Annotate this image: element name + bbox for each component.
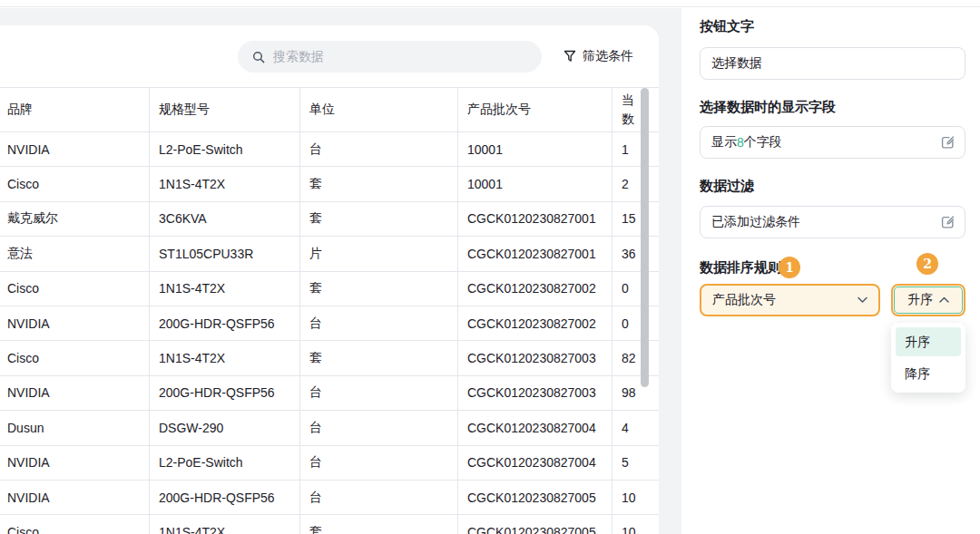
cell-brand: Cisco (0, 341, 150, 374)
cell-brand: Cisco (0, 272, 150, 306)
filter-button-label: 筛选条件 (583, 48, 633, 64)
cell-unit: 台 (300, 446, 458, 480)
cell-unit: 套 (300, 515, 458, 534)
cell-brand: Cisco (0, 167, 150, 200)
sort-order-menu-item[interactable]: 降序 (896, 359, 961, 388)
data-filter-value: 已添加过滤条件 (711, 214, 800, 230)
display-fields-count: 8 (737, 135, 744, 150)
cell-quantity: 82 (612, 341, 659, 374)
cell-quantity: 2 (612, 167, 659, 200)
annotation-badge-2: 2 (916, 253, 938, 275)
chevron-up-icon (939, 296, 949, 304)
table-body: NVIDIA L2-PoE-Switch 台 10001 1 Cisco 1N1… (0, 132, 659, 534)
button-text-input[interactable]: 选择数据 (700, 47, 965, 80)
cell-model: L2-PoE-Switch (150, 446, 300, 480)
cell-brand: 意法 (0, 237, 150, 270)
column-header-quantity: 当数 (612, 88, 659, 131)
button-text-value: 选择数据 (711, 55, 762, 72)
table-header-row: 品牌 规格型号 单位 产品批次号 当数 (0, 87, 659, 132)
top-divider (0, 0, 980, 7)
table-row[interactable]: 戴克威尔 3C6KVA 套 CGCK0120230827001 15 (0, 202, 659, 237)
sort-order-menu-item[interactable]: 升序 (896, 327, 961, 356)
cell-model: ST1L05CPU33R (150, 237, 300, 270)
column-header-batch: 产品批次号 (458, 88, 612, 131)
cell-brand: Cisco (0, 515, 150, 534)
cell-batch: CGCK0120230827003 (458, 376, 612, 410)
search-placeholder: 搜索数据 (273, 49, 324, 65)
cell-batch: CGCK0120230827004 (458, 446, 612, 480)
chevron-down-icon (858, 296, 867, 304)
cell-batch: CGCK0120230827004 (458, 411, 612, 444)
table-row[interactable]: NVIDIA 200G-HDR-QSFP56 台 CGCK01202308270… (0, 481, 659, 515)
cell-unit: 台 (300, 376, 458, 410)
sort-order-value: 升序 (907, 292, 933, 308)
table-row[interactable]: Dusun DSGW-290 台 CGCK0120230827004 4 (0, 411, 659, 445)
cell-batch: CGCK0120230827002 (458, 272, 612, 306)
cell-quantity: 15 (612, 202, 659, 236)
table-row[interactable]: NVIDIA L2-PoE-Switch 台 10001 1 (0, 132, 659, 167)
filter-button[interactable]: 筛选条件 (564, 45, 633, 67)
table-row[interactable]: Cisco 1N1S-4T2X 套 10001 2 (0, 167, 659, 201)
table-row[interactable]: NVIDIA 200G-HDR-QSFP56 台 CGCK01202308270… (0, 306, 659, 341)
table-toolbar: 搜索数据 筛选条件 (0, 25, 659, 87)
cell-model: 3C6KVA (150, 202, 300, 236)
cell-quantity: 4 (612, 411, 659, 444)
cell-unit: 套 (300, 167, 458, 200)
cell-batch: CGCK0120230827005 (458, 481, 612, 514)
cell-brand: NVIDIA (0, 446, 150, 480)
cell-batch: CGCK0120230827005 (458, 515, 612, 534)
column-header-model: 规格型号 (150, 88, 300, 131)
table-scrollbar[interactable] (641, 88, 649, 387)
cell-unit: 套 (300, 202, 458, 236)
cell-unit: 套 (300, 341, 458, 374)
sort-field-select[interactable]: 产品批次号 (700, 284, 880, 316)
search-icon (252, 51, 265, 63)
cell-quantity: 5 (612, 446, 659, 480)
cell-brand: Dusun (0, 411, 150, 444)
cell-brand: NVIDIA (0, 376, 150, 410)
cell-quantity: 10 (612, 515, 659, 534)
table-row[interactable]: NVIDIA L2-PoE-Switch 台 CGCK0120230827004… (0, 446, 659, 481)
sort-order-menu: 升序降序 (891, 323, 965, 393)
search-input[interactable]: 搜索数据 (238, 41, 542, 73)
sort-order-select-inner: 升序 (894, 286, 963, 314)
cell-model: 200G-HDR-QSFP56 (150, 376, 300, 410)
cell-unit: 台 (300, 481, 458, 514)
column-header-brand: 品牌 (0, 88, 150, 131)
cell-model: 1N1S-4T2X (150, 272, 300, 306)
cell-unit: 套 (300, 272, 458, 306)
cell-model: 1N1S-4T2X (150, 515, 300, 534)
display-fields-label: 选择数据时的显示字段 (700, 98, 836, 115)
cell-model: 1N1S-4T2X (150, 341, 300, 374)
data-table-card: 搜索数据 筛选条件 品牌 规格型号 单位 产品批次号 当数 NVIDIA L2-… (0, 25, 659, 534)
column-header-unit: 单位 (300, 88, 458, 131)
cell-batch: CGCK0120230827001 (458, 202, 612, 236)
cell-unit: 台 (300, 132, 458, 166)
cell-batch: 10001 (458, 132, 612, 166)
table-row[interactable]: Cisco 1N1S-4T2X 套 CGCK0120230827003 82 (0, 341, 659, 375)
data-table: 品牌 规格型号 单位 产品批次号 当数 NVIDIA L2-PoE-Switch… (0, 87, 659, 534)
sort-order-select[interactable]: 升序 (891, 284, 965, 316)
cell-model: 200G-HDR-QSFP56 (150, 481, 300, 514)
display-fields-suffix: 个字段 (744, 134, 782, 150)
edit-icon[interactable] (941, 216, 955, 229)
cell-batch: CGCK0120230827001 (458, 237, 612, 270)
table-row[interactable]: 意法 ST1L05CPU33R 片 CGCK0120230827001 36 (0, 237, 659, 271)
edit-icon[interactable] (941, 136, 955, 150)
table-row[interactable]: Cisco 1N1S-4T2X 套 CGCK0120230827002 0 (0, 272, 659, 306)
cell-quantity: 98 (612, 376, 659, 410)
cell-batch: CGCK0120230827002 (458, 306, 612, 340)
cell-unit: 台 (300, 306, 458, 340)
cell-model: L2-PoE-Switch (150, 132, 300, 166)
data-filter-field[interactable]: 已添加过滤条件 (700, 206, 965, 238)
cell-unit: 片 (300, 237, 458, 270)
cell-brand: NVIDIA (0, 132, 150, 166)
funnel-icon (564, 50, 576, 63)
cell-unit: 台 (300, 411, 458, 444)
display-fields-prefix: 显示 (711, 134, 737, 150)
table-row[interactable]: Cisco 1N1S-4T2X 套 CGCK0120230827005 10 (0, 515, 659, 534)
cell-brand: NVIDIA (0, 306, 150, 340)
display-fields-field[interactable]: 显示 8 个字段 (700, 126, 965, 159)
data-filter-label: 数据过滤 (700, 177, 754, 194)
table-row[interactable]: NVIDIA 200G-HDR-QSFP56 台 CGCK01202308270… (0, 376, 659, 411)
